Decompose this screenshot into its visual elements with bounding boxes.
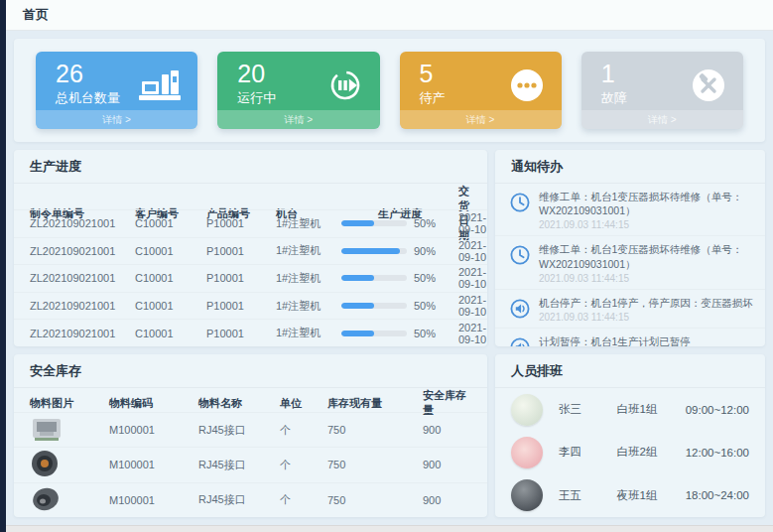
material-name: RJ45接口 <box>198 492 280 507</box>
card-fault[interactable]: 1 故障 详情 > <box>581 52 743 129</box>
list-item: 王五 夜班1组 18:00~24:00 <box>495 474 765 517</box>
safety-qty: 900 <box>423 494 473 506</box>
fault-detail-link[interactable]: 详情 > <box>581 110 743 129</box>
page-bottom-edge <box>6 525 773 532</box>
staff-time: 12:00~16:00 <box>686 447 749 459</box>
list-item[interactable]: 计划暂停：机台1生产计划已暂停 2021.09.03 11:44:15 <box>495 329 765 346</box>
list-item: 张三 白班1组 09:00~12:00 <box>495 388 765 431</box>
card-waiting-text: 5 待产 <box>420 59 446 108</box>
order-no: ZL202109021001 <box>30 328 135 339</box>
order-no: ZL202109021001 <box>30 272 135 284</box>
machine: 1#注塑机 <box>276 271 341 286</box>
total-machines-detail-link[interactable]: 详情 > <box>36 110 197 129</box>
delivery-date: 2021-09-10 <box>458 239 486 263</box>
card-total-machines-body: 26 总机台数量 <box>36 52 197 107</box>
order-no: ZL202109021001 <box>30 245 135 257</box>
card-total-machines[interactable]: 26 总机台数量 <box>36 52 197 129</box>
progress-bar: 50% <box>341 328 458 339</box>
rj45-connector-image <box>30 416 109 445</box>
progress-track <box>341 248 407 254</box>
material-code: M100001 <box>109 424 198 436</box>
avatar <box>511 437 543 468</box>
table-row: ZL202109021001 C10001 P10001 1#注塑机 50% 2… <box>14 209 487 237</box>
progress-fill <box>341 275 374 281</box>
staff-shift: 白班2组 <box>617 445 686 460</box>
progress-label: 50% <box>414 328 436 339</box>
col-unit: 单位 <box>280 396 327 411</box>
card-waiting-body: 5 待产 <box>400 52 562 108</box>
staff-schedule-title: 人员排班 <box>495 354 765 388</box>
progress-fill <box>341 331 374 336</box>
progress-track <box>341 275 407 281</box>
production-table-header: 制令单编号 客户编号 产品编号 机台 生产进度 交货日期 <box>14 184 487 209</box>
progress-track <box>341 331 407 336</box>
progress-fill <box>341 303 374 309</box>
table-row: ZL202109021001 C10001 P10001 1#注塑机 50% 2… <box>14 319 487 346</box>
progress-label: 50% <box>414 272 436 284</box>
content-area: 26 总机台数量 <box>6 31 773 525</box>
machine: 1#注塑机 <box>276 326 341 340</box>
product-no: P10001 <box>206 328 276 339</box>
progress-label: 50% <box>414 300 436 312</box>
waiting-label: 待产 <box>420 89 446 107</box>
customer-no: C10001 <box>135 300 206 312</box>
staff-name: 王五 <box>559 488 617 503</box>
delivery-date: 2021-09-10 <box>458 211 486 235</box>
notification-text: 机台停产：机台1停产，停产原因：变压器损坏 <box>539 296 753 310</box>
list-item[interactable]: 维修工单：机台1变压器损坏待维修（单号：WX202109031001） 2021… <box>495 184 765 236</box>
card-waiting[interactable]: 5 待产 详情 > <box>400 52 562 129</box>
table-row: ZL202109021001 C10001 P10001 1#注塑机 50% 2… <box>14 264 487 292</box>
table-row: M100001 RJ45接口 个 750 900 <box>14 447 487 481</box>
card-running[interactable]: 20 运行中 详情 > <box>217 52 379 129</box>
waiting-value: 5 <box>420 59 446 88</box>
col-material-code: 物料编码 <box>109 396 198 411</box>
round-speaker-image <box>30 449 109 480</box>
fault-icon <box>690 66 727 108</box>
running-icon <box>326 66 364 108</box>
product-no: P10001 <box>206 245 276 257</box>
table-row: M100001 RJ45接口 个 750 900 <box>14 482 487 517</box>
staff-shift: 白班1组 <box>617 402 686 417</box>
progress-bar: 90% <box>341 245 458 257</box>
col-on-hand: 库存现有量 <box>327 396 423 411</box>
product-no: P10001 <box>206 272 276 284</box>
progress-fill <box>341 248 400 254</box>
inventory-table-header: 物料图片 物料编码 物料名称 单位 库存现有量 安全库存量 <box>14 388 487 412</box>
customer-no: C10001 <box>135 272 206 284</box>
running-detail-link[interactable]: 详情 > <box>217 110 379 129</box>
waiting-icon <box>508 66 546 108</box>
notification-text: 维修工单：机台1变压器损坏待维修（单号：WX202109031001） <box>539 190 753 217</box>
customer-no: C10001 <box>135 328 206 339</box>
page-title: 首页 <box>23 6 49 24</box>
material-code: M100001 <box>109 494 198 506</box>
safety-stock-panel: 安全库存 物料图片 物料编码 物料名称 单位 库存现有量 安全库存量 <box>14 354 487 517</box>
running-value: 20 <box>237 59 276 88</box>
staff-shift: 夜班1组 <box>617 488 686 503</box>
notification-time: 2021.09.03 11:44:15 <box>539 219 753 230</box>
list-item[interactable]: 维修工单：机台1变压器损坏待维修（单号：WX202109031001） 2021… <box>495 236 765 289</box>
notification-text: 计划暂停：机台1生产计划已暂停 <box>539 334 691 346</box>
notification-content: 机台停产：机台1停产，停产原因：变压器损坏 2021.09.03 11:44:1… <box>539 296 753 323</box>
progress-bar: 50% <box>341 217 458 229</box>
production-progress-panel: 生产进度 制令单编号 客户编号 产品编号 机台 生产进度 交货日期 ZL2021… <box>14 150 487 346</box>
on-hand-qty: 750 <box>327 424 423 436</box>
avatar <box>511 479 543 511</box>
machine: 1#注塑机 <box>276 243 341 258</box>
progress-bar: 50% <box>341 300 458 312</box>
material-name: RJ45接口 <box>198 458 280 472</box>
stat-cards-panel: 26 总机台数量 <box>14 39 765 142</box>
progress-track <box>341 220 407 226</box>
delivery-date: 2021-09-10 <box>458 266 486 290</box>
list-item: 李四 白班2组 12:00~16:00 <box>495 431 765 473</box>
product-no: P10001 <box>206 300 276 312</box>
production-progress-title: 生产进度 <box>14 150 487 184</box>
waiting-detail-link[interactable]: 详情 > <box>400 110 562 129</box>
list-item[interactable]: 机台停产：机台1停产，停产原因：变压器损坏 2021.09.03 11:44:1… <box>495 290 765 329</box>
unit: 个 <box>280 492 327 507</box>
speaker-icon <box>509 298 531 320</box>
unit: 个 <box>280 458 327 472</box>
card-fault-text: 1 故障 <box>601 59 627 108</box>
notifications-panel: 通知待办 维修工单：机台1变压器损坏待维修（单号：WX202109031001）… <box>495 150 765 346</box>
speaker-icon <box>509 336 531 346</box>
staff-schedule-panel: 人员排班 张三 白班1组 09:00~12:00 李四 白班2组 12:00~1… <box>495 354 765 517</box>
